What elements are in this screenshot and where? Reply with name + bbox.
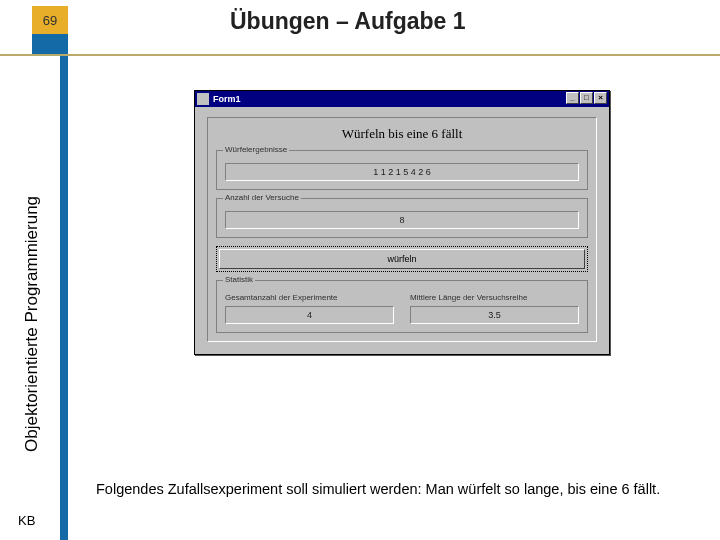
close-button[interactable]: ×: [594, 92, 607, 104]
window-buttons: _ □ ×: [566, 92, 607, 104]
group-attempts-label: Anzahl der Versuche: [223, 193, 301, 202]
app-window: Form1 _ □ × Würfeln bis eine 6 fällt Wür…: [194, 90, 610, 355]
maximize-button[interactable]: □: [580, 92, 593, 104]
focus-ring: würfeln: [216, 246, 588, 272]
group-stats: Statistik Gesamtanzahl der Experimente 4…: [216, 280, 588, 333]
page-number: 69: [32, 6, 68, 34]
panel-caption: Würfeln bis eine 6 fällt: [216, 126, 588, 142]
sidebar-label: Objektorientierte Programmierung: [22, 196, 42, 452]
stat-mean-label: Mittlere Länge der Versuchsreihe: [410, 293, 579, 302]
slide-description: Folgendes Zufallsexperiment soll simulie…: [96, 480, 686, 500]
slide-header: 69 Übungen – Aufgabe 1: [0, 0, 720, 56]
results-value: 1 1 2 1 5 4 2 6: [225, 163, 579, 181]
group-stats-label: Statistik: [223, 275, 255, 284]
stats-row: Gesamtanzahl der Experimente 4 Mittlere …: [225, 293, 579, 324]
stat-mean-value: 3.5: [410, 306, 579, 324]
minimize-button[interactable]: _: [566, 92, 579, 104]
slide-footer: KB: [18, 513, 35, 528]
group-results: Würfelergebnisse 1 1 2 1 5 4 2 6: [216, 150, 588, 190]
slide-title: Übungen – Aufgabe 1: [230, 8, 466, 35]
window-title: Form1: [213, 94, 241, 104]
vertical-accent: [60, 56, 68, 540]
stat-experiments-label: Gesamtanzahl der Experimente: [225, 293, 394, 302]
header-accent: [32, 34, 68, 54]
group-attempts: Anzahl der Versuche 8: [216, 198, 588, 238]
main-panel: Würfeln bis eine 6 fällt Würfelergebniss…: [207, 117, 597, 342]
roll-button[interactable]: würfeln: [219, 249, 585, 269]
app-icon: [197, 93, 209, 105]
client-area: Würfeln bis eine 6 fällt Würfelergebniss…: [195, 107, 609, 354]
stat-experiments: Gesamtanzahl der Experimente 4: [225, 293, 394, 324]
stat-experiments-value: 4: [225, 306, 394, 324]
stat-mean: Mittlere Länge der Versuchsreihe 3.5: [410, 293, 579, 324]
group-results-label: Würfelergebnisse: [223, 145, 289, 154]
titlebar: Form1 _ □ ×: [195, 91, 609, 107]
attempts-value: 8: [225, 211, 579, 229]
